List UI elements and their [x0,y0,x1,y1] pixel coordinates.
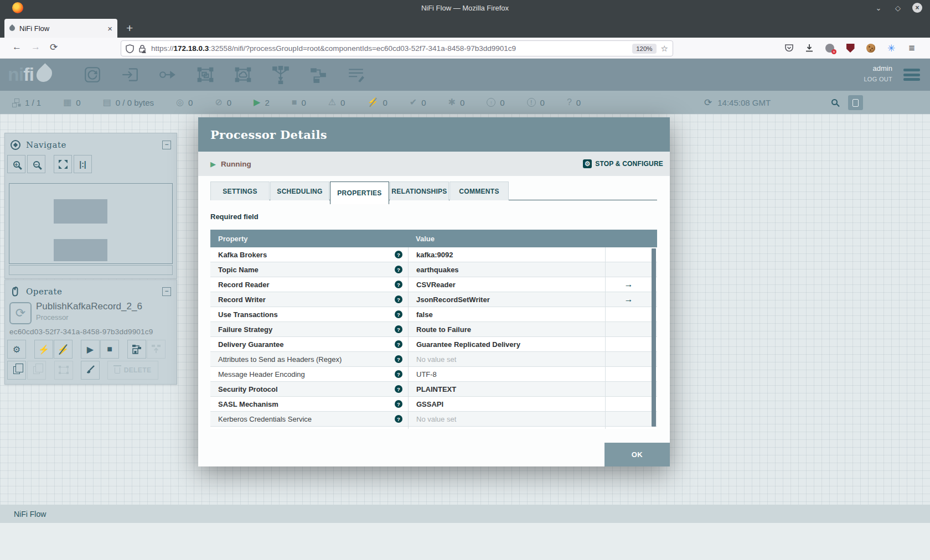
status-items: 1 / 1▦0▤0 / 0 bytes◎0⊘0▶2■0⚠0⚡0✔0✱0↑0!0?… [12,91,581,114]
help-icon[interactable]: ? [395,340,402,348]
selected-component-type: Processor [36,313,69,322]
logout-link[interactable]: LOG OUT [864,76,892,82]
stop-button[interactable]: ■ [100,340,119,359]
ok-button[interactable]: OK [604,443,670,466]
selected-component-id: ec60cd03-52f7-341a-8458-97b3dd9901c9 [9,328,153,336]
create-template-button[interactable] [127,340,146,359]
delete-button[interactable]: DELETE [107,361,158,380]
window-title: NiFi Flow — Mozilla Firefox [0,4,930,12]
zoom-in-button[interactable]: + [7,155,25,173]
paste-button[interactable] [27,361,46,380]
property-value: Route to Failure [416,325,471,334]
start-button[interactable]: ▶ [81,340,100,359]
download-icon[interactable] [804,43,814,53]
breadcrumb-root[interactable]: NiFi Flow [14,510,46,518]
extension-asterisk-icon[interactable]: ✳ [886,43,896,53]
cluster-icon [12,98,20,107]
window-close-icon[interactable]: × [912,3,922,13]
lock-warning-icon[interactable] [138,44,147,53]
help-icon[interactable]: ? [395,281,402,288]
property-name: Topic Name [218,266,395,274]
funnel-component-icon[interactable] [271,65,290,84]
shield-icon[interactable] [126,44,134,53]
table-scrollbar[interactable] [652,248,656,427]
refresh-icon[interactable]: ⟳ [704,97,712,108]
browser-tab[interactable]: NiFi Flow × [4,19,117,38]
process-group-component-icon[interactable] [196,65,215,84]
identity-mask-icon[interactable] [825,43,835,53]
goto-service-arrow-icon[interactable]: → [624,279,633,289]
help-icon[interactable]: ? [395,415,402,423]
help-icon[interactable]: ? [395,370,402,378]
pocket-icon[interactable] [784,43,794,53]
collapse-operate-icon[interactable]: − [162,287,171,296]
zoom-out-button[interactable]: − [27,155,45,173]
help-icon[interactable]: ? [395,355,402,363]
cookie-icon[interactable] [866,43,876,53]
url-bar[interactable]: https://172.18.0.3:32558/nifi/?processGr… [121,40,673,56]
remote-process-group-component-icon[interactable] [234,65,252,84]
property-name: Kafka Brokers [218,251,395,259]
processor-component-icon[interactable] [83,65,102,84]
dialog-tab-properties[interactable]: PROPERTIES [330,182,389,204]
copy-button[interactable] [7,361,26,380]
tab-close-icon[interactable]: × [107,24,112,33]
help-icon[interactable]: ? [395,385,402,393]
bookmark-star-icon[interactable]: ☆ [661,44,668,54]
help-icon[interactable]: ? [395,295,402,303]
forward-button[interactable]: → [31,42,40,53]
global-menu-icon[interactable] [903,69,920,81]
firefox-menu-icon[interactable]: ≡ [907,43,917,53]
run-status-label: Running [221,160,583,168]
zoom-actual-size-button[interactable]: |:| [74,155,92,173]
warning-icon: ⚠ [328,98,336,107]
last-refreshed-time: 14:45:08 GMT [717,98,771,107]
back-button[interactable]: ← [12,42,22,53]
dialog-tab-comments[interactable]: COMMENTS [450,182,509,200]
collapse-navigate-icon[interactable]: − [162,141,171,149]
stale-icon: ↑ [487,98,495,107]
template-component-icon[interactable] [309,65,328,84]
zoom-level-badge[interactable]: 120% [632,44,656,54]
enable-button[interactable]: ⚡ [34,340,53,359]
configure-button[interactable]: ⚙ [7,340,26,359]
help-icon[interactable]: ? [395,251,402,258]
input-port-component-icon[interactable] [121,65,140,84]
disable-button[interactable]: ⚡ [54,340,73,359]
stop-and-configure-button[interactable]: ⚙ STOP & CONFIGURE [583,159,663,168]
status-sync-failure-count: 0 [576,98,581,107]
reload-button[interactable]: ⟳ [50,42,58,53]
window-maximize-icon[interactable]: ◇ [893,3,903,13]
goto-service-arrow-icon[interactable]: → [624,294,633,304]
zoom-fit-button[interactable] [54,155,72,173]
help-icon[interactable]: ? [395,400,402,408]
status-running-count: 2 [265,98,269,107]
upload-template-button[interactable] [147,340,166,359]
label-component-icon[interactable] [347,65,365,84]
birdseye-minimap[interactable] [9,183,173,264]
processor-details-dialog: Processor Details ▶ Running ⚙ STOP & CON… [198,117,670,466]
help-icon[interactable]: ? [395,325,402,333]
property-value: PLAINTEXT [416,385,456,393]
dialog-tab-relationships[interactable]: RELATIONSHIPS [390,182,449,200]
current-user-label: admin [864,64,892,72]
change-color-button[interactable] [81,361,100,380]
check-icon: ✔ [410,98,417,107]
new-tab-button[interactable]: + [126,22,133,35]
help-icon[interactable]: ? [395,310,402,318]
nifi-header: nifi admin LOG OUT [0,59,930,91]
status-up-to-date: ✔0 [410,98,426,107]
search-icon[interactable] [831,97,838,107]
window-minimize-icon[interactable]: ⌄ [874,3,884,13]
dialog-tab-scheduling[interactable]: SCHEDULING [270,182,329,200]
output-port-component-icon[interactable] [158,65,177,84]
group-button[interactable] [54,361,73,380]
bulletin-panel-button[interactable] [848,95,863,110]
status-active-threads: ▦0 [63,98,80,107]
property-row: Topic Name?earthquakes [210,262,657,277]
help-icon[interactable]: ? [395,266,402,273]
value-column-header: Value [408,235,435,243]
dialog-tab-settings[interactable]: SETTINGS [210,182,270,200]
ublock-shield-icon[interactable] [845,43,855,53]
threads-icon: ▦ [63,98,71,107]
